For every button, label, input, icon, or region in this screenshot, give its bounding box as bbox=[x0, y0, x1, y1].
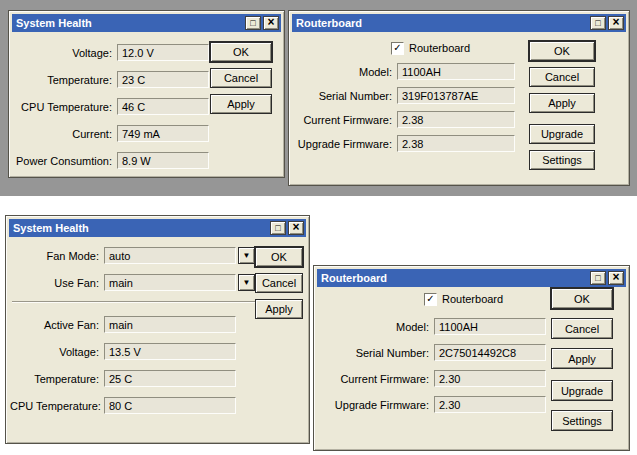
field-row: Voltage: 12.0 V bbox=[15, 44, 209, 61]
settings-button[interactable]: Settings bbox=[529, 150, 595, 170]
field-row: Serial Number: 319F013787AE bbox=[297, 87, 515, 104]
field-label: Temperature: bbox=[15, 74, 117, 86]
cancel-button[interactable]: Cancel bbox=[529, 67, 595, 87]
ok-button[interactable]: OK bbox=[210, 42, 272, 62]
cancel-button[interactable]: Cancel bbox=[551, 318, 613, 339]
checkbox-label[interactable]: Routerboard bbox=[442, 293, 503, 305]
apply-button[interactable]: Apply bbox=[210, 94, 272, 114]
field-label: Model: bbox=[320, 321, 434, 333]
chevron-down-icon: ▼ bbox=[243, 252, 251, 260]
field-row: Upgrade Firmware: 2.38 bbox=[297, 135, 515, 152]
maximize-icon: □ bbox=[595, 19, 600, 28]
maximize-button[interactable]: □ bbox=[245, 16, 261, 30]
checkbox-label[interactable]: Routerboard bbox=[409, 42, 470, 54]
fan-mode-dropdown-button[interactable]: ▼ bbox=[238, 247, 255, 264]
close-button[interactable]: × bbox=[608, 16, 624, 30]
field-row: Temperature: 23 C bbox=[15, 71, 209, 88]
check-icon: ✓ bbox=[393, 43, 401, 53]
field-value: main bbox=[104, 316, 236, 333]
field-label: Model: bbox=[297, 66, 397, 78]
close-icon: × bbox=[267, 16, 274, 28]
cancel-button[interactable]: Cancel bbox=[210, 68, 272, 88]
field-label: Voltage: bbox=[10, 346, 104, 358]
fan-mode-value[interactable]: auto bbox=[104, 247, 236, 264]
field-row: Active Fan: main bbox=[10, 316, 236, 333]
maximize-icon: □ bbox=[595, 274, 600, 283]
window-title: System Health bbox=[13, 222, 270, 234]
field-label: Power Consumtion: bbox=[15, 155, 117, 167]
field-row: Current Firmware: 2.30 bbox=[320, 370, 546, 387]
routerboard-checkbox[interactable]: ✓ bbox=[424, 293, 437, 306]
use-fan-value[interactable]: main bbox=[104, 274, 236, 291]
field-label: Current Firmware: bbox=[297, 114, 397, 126]
ok-button[interactable]: OK bbox=[255, 247, 303, 267]
apply-button[interactable]: Apply bbox=[255, 299, 303, 319]
field-value: 46 C bbox=[117, 98, 209, 115]
field-value: 2.30 bbox=[434, 396, 546, 413]
field-label: Temperature: bbox=[10, 373, 104, 385]
routerboard-checkbox-row: ✓ Routerboard bbox=[424, 292, 503, 306]
field-value: 2C75014492C8 bbox=[434, 344, 546, 361]
close-icon: × bbox=[612, 16, 619, 28]
maximize-button[interactable]: □ bbox=[590, 16, 606, 30]
chevron-down-icon: ▼ bbox=[243, 279, 251, 287]
field-value: 80 C bbox=[104, 397, 236, 414]
maximize-icon: □ bbox=[275, 224, 280, 233]
field-row: Model: 1100AH bbox=[297, 63, 515, 80]
maximize-icon: □ bbox=[250, 19, 255, 28]
field-row: Power Consumtion: 8.9 W bbox=[15, 152, 209, 169]
titlebar[interactable]: Routerboard □ × bbox=[292, 14, 626, 32]
titlebar[interactable]: System Health □ × bbox=[9, 219, 306, 237]
ok-button[interactable]: OK bbox=[551, 288, 613, 309]
window-title: Routerboard bbox=[296, 17, 590, 29]
field-value: 1100AH bbox=[434, 318, 546, 335]
field-label: Upgrade Firmware: bbox=[320, 399, 434, 411]
close-button[interactable]: × bbox=[608, 271, 624, 285]
check-icon: ✓ bbox=[426, 294, 434, 304]
field-value: 319F013787AE bbox=[397, 87, 515, 104]
close-icon: × bbox=[612, 271, 619, 283]
titlebar[interactable]: System Health □ × bbox=[12, 14, 281, 32]
close-icon: × bbox=[292, 221, 299, 233]
field-row: CPU Temperature: 46 C bbox=[15, 98, 209, 115]
field-label: Fan Mode: bbox=[10, 250, 104, 262]
field-row: Serial Number: 2C75014492C8 bbox=[320, 344, 546, 361]
titlebar-buttons: □ × bbox=[270, 221, 304, 235]
upgrade-button[interactable]: Upgrade bbox=[529, 124, 595, 144]
use-fan-dropdown-button[interactable]: ▼ bbox=[238, 274, 255, 291]
field-row: CPU Temperature: 80 C bbox=[10, 397, 236, 414]
field-label: CPU Temperature: bbox=[15, 101, 117, 113]
maximize-button[interactable]: □ bbox=[590, 271, 606, 285]
field-value: 2.38 bbox=[397, 135, 515, 152]
routerboard-window-top: Routerboard □ × ✓ Routerboard Model: 110… bbox=[288, 10, 630, 186]
apply-button[interactable]: Apply bbox=[551, 348, 613, 369]
field-value: 749 mA bbox=[117, 125, 209, 142]
system-health-window-top: System Health □ × Voltage: 12.0 V Temper… bbox=[8, 10, 285, 178]
titlebar[interactable]: Routerboard □ × bbox=[317, 269, 626, 287]
field-label: Active Fan: bbox=[10, 319, 104, 331]
close-button[interactable]: × bbox=[263, 16, 279, 30]
ok-button[interactable]: OK bbox=[529, 41, 595, 61]
field-value: 2.30 bbox=[434, 370, 546, 387]
cancel-button[interactable]: Cancel bbox=[255, 273, 303, 293]
field-value: 8.9 W bbox=[117, 152, 209, 169]
use-fan-row: Use Fan: main ▼ bbox=[10, 274, 255, 291]
field-label: Use Fan: bbox=[10, 277, 104, 289]
system-health-window-bottom: System Health □ × Fan Mode: auto ▼ Use F… bbox=[5, 215, 310, 444]
field-label: Serial Number: bbox=[297, 90, 397, 102]
field-label: Current Firmware: bbox=[320, 373, 434, 385]
field-row: Temperature: 25 C bbox=[10, 370, 236, 387]
field-label: Serial Number: bbox=[320, 347, 434, 359]
upgrade-button[interactable]: Upgrade bbox=[551, 380, 613, 401]
titlebar-buttons: □ × bbox=[590, 16, 624, 30]
routerboard-checkbox[interactable]: ✓ bbox=[391, 42, 404, 55]
maximize-button[interactable]: □ bbox=[270, 221, 286, 235]
field-value: 12.0 V bbox=[117, 44, 209, 61]
settings-button[interactable]: Settings bbox=[551, 410, 613, 431]
close-button[interactable]: × bbox=[288, 221, 304, 235]
field-value: 23 C bbox=[117, 71, 209, 88]
window-title: Routerboard bbox=[321, 272, 590, 284]
field-row: Model: 1100AH bbox=[320, 318, 546, 335]
apply-button[interactable]: Apply bbox=[529, 93, 595, 113]
field-row: Upgrade Firmware: 2.30 bbox=[320, 396, 546, 413]
